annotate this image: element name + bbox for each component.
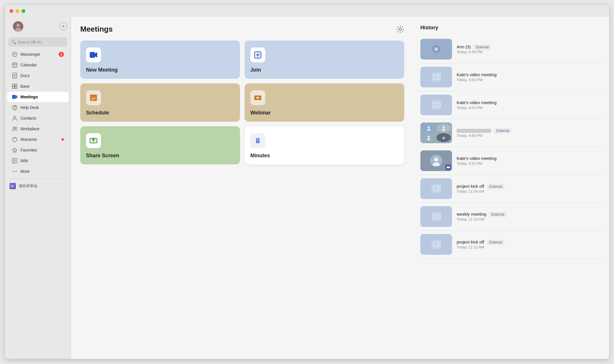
svg-rect-46 bbox=[91, 99, 93, 100]
sidebar-item-calendar[interactable]: 16Calendar bbox=[7, 60, 68, 70]
sidebar-workspace[interactable]: W 项目评审会 bbox=[5, 181, 71, 191]
svg-rect-35 bbox=[90, 52, 95, 58]
panel-header: Meetings bbox=[80, 25, 404, 34]
history-time-4: Today, 4:32 PM bbox=[457, 161, 602, 166]
history-info-2: Kate's video meetingToday, 4:53 PM bbox=[457, 100, 602, 110]
card-webinar-icon bbox=[250, 90, 265, 105]
history-name-row-5: project kick offExternal bbox=[457, 184, 602, 189]
sidebar-item-messenger[interactable]: Messenger2 bbox=[7, 49, 68, 60]
search-bar[interactable]: 🔍 Search (⌘+K) bbox=[8, 37, 67, 47]
svg-point-23 bbox=[15, 127, 17, 129]
history-time-5: Today, 11:26 AM bbox=[457, 189, 602, 194]
sidebar-item-workplace[interactable]: Workplace bbox=[7, 124, 68, 134]
svg-rect-43 bbox=[91, 98, 93, 99]
close-button[interactable] bbox=[9, 9, 13, 13]
card-schedule-label: Schedule bbox=[86, 110, 234, 116]
sidebar-item-moments[interactable]: Moments bbox=[7, 134, 68, 145]
svg-point-66 bbox=[427, 138, 430, 140]
svg-point-3 bbox=[12, 52, 17, 57]
history-name-2: Kate's video meeting bbox=[457, 100, 497, 105]
history-item-1[interactable]: Kate's video meetingToday, 4:54 PM bbox=[420, 63, 602, 91]
calendar-icon: 16 bbox=[12, 62, 18, 68]
workspace-icon: W bbox=[9, 183, 16, 189]
messenger-label: Messenger bbox=[20, 52, 40, 57]
maximize-button[interactable] bbox=[22, 9, 25, 13]
svg-point-69 bbox=[433, 162, 440, 166]
history-info-7: project kick offExternalToday, 11:12 AM bbox=[457, 240, 602, 249]
card-new-meeting[interactable]: New Meeting bbox=[80, 41, 240, 79]
history-time-3: Today, 4:46 PM bbox=[457, 133, 602, 138]
card-share-screen[interactable]: Share Screen bbox=[80, 126, 240, 164]
history-item-6[interactable]: weekly meetingExternalToday, 11:16 AM bbox=[420, 203, 602, 231]
svg-rect-15 bbox=[12, 87, 14, 89]
avatar[interactable] bbox=[13, 21, 23, 32]
svg-point-22 bbox=[13, 127, 15, 129]
history-thumb-3 bbox=[420, 122, 452, 143]
sidebar-item-docs[interactable]: Docs bbox=[7, 70, 68, 81]
svg-point-31 bbox=[16, 171, 17, 172]
external-badge-5: External bbox=[487, 184, 504, 189]
svg-point-65 bbox=[428, 136, 430, 138]
helpdesk-label: Help Desk bbox=[20, 105, 39, 110]
history-info-1: Kate's video meetingToday, 4:54 PM bbox=[457, 72, 602, 82]
history-item-0[interactable]: Ann (3)ExternalToday, 6:39 PM bbox=[420, 35, 602, 63]
card-minutes-label: Minutes bbox=[250, 153, 398, 159]
docs-label: Docs bbox=[20, 73, 30, 78]
settings-icon[interactable] bbox=[396, 25, 404, 33]
base-label: Base bbox=[20, 84, 30, 89]
sidebar-item-base[interactable]: Base bbox=[7, 81, 68, 91]
svg-marker-18 bbox=[16, 95, 17, 99]
workplace-label: Workplace bbox=[20, 127, 39, 131]
svg-rect-13 bbox=[12, 84, 14, 86]
history-thumb-4 bbox=[420, 150, 452, 171]
add-button[interactable]: + bbox=[59, 22, 67, 30]
sidebar-item-wiki[interactable]: Wiki bbox=[7, 156, 68, 166]
history-time-2: Today, 4:53 PM bbox=[457, 106, 602, 110]
history-name-1: Kate's video meeting bbox=[457, 72, 497, 77]
svg-rect-16 bbox=[15, 87, 17, 89]
svg-point-68 bbox=[434, 158, 438, 162]
history-item-2[interactable]: Kate's video meetingToday, 4:53 PM bbox=[420, 91, 602, 119]
main-panel: Meetings New MeetingJoinScheduleWebinarS… bbox=[71, 17, 413, 359]
history-info-6: weekly meetingExternalToday, 11:16 AM bbox=[457, 212, 602, 221]
sidebar-divider bbox=[9, 179, 66, 179]
workspace-label: 项目评审会 bbox=[19, 183, 37, 189]
sidebar-item-helpdesk[interactable]: Help Desk bbox=[7, 102, 68, 113]
card-webinar[interactable]: Webinar bbox=[245, 83, 404, 122]
workplace-icon bbox=[12, 126, 18, 132]
history-thumb-5 bbox=[420, 178, 452, 199]
svg-point-30 bbox=[14, 171, 15, 172]
moments-dot bbox=[62, 138, 64, 141]
history-thumb-7 bbox=[420, 234, 452, 255]
history-item-4[interactable]: Kate's video meetingToday, 4:32 PM bbox=[420, 147, 602, 175]
card-schedule[interactable]: Schedule bbox=[80, 83, 240, 122]
history-name-4: Kate's video meeting bbox=[457, 156, 497, 161]
moments-label: Moments bbox=[20, 137, 37, 142]
sidebar-item-meetings[interactable]: Meetings bbox=[7, 92, 68, 102]
history-item-5[interactable]: project kick offExternalToday, 11:26 AM bbox=[420, 175, 602, 203]
svg-rect-17 bbox=[12, 95, 16, 99]
minimize-button[interactable] bbox=[16, 9, 19, 13]
history-name-row-2: Kate's video meeting bbox=[457, 100, 602, 106]
sidebar: + 🔍 Search (⌘+K) Messenger216CalendarDoc… bbox=[5, 17, 71, 359]
card-new-meeting-label: New Meeting bbox=[86, 67, 234, 73]
sidebar-item-favorites[interactable]: Favorites bbox=[7, 145, 68, 155]
nav-items-container: Messenger216CalendarDocsBaseMeetingsHelp… bbox=[5, 49, 71, 177]
meetings-label: Meetings bbox=[20, 95, 38, 99]
more-icon bbox=[12, 168, 18, 174]
card-minutes[interactable]: Minutes bbox=[245, 126, 404, 164]
history-item-3[interactable]: ExternalToday, 4:46 PM bbox=[420, 119, 602, 147]
svg-point-21 bbox=[14, 116, 16, 118]
history-name-5: project kick off bbox=[457, 184, 484, 189]
card-join[interactable]: Join bbox=[245, 41, 404, 79]
svg-marker-36 bbox=[95, 52, 97, 58]
favorites-icon bbox=[12, 147, 18, 153]
history-name-placeholder-3 bbox=[457, 129, 491, 133]
sidebar-item-more[interactable]: More bbox=[7, 166, 68, 177]
history-name-row-6: weekly meetingExternal bbox=[457, 212, 602, 217]
history-name-row-1: Kate's video meeting bbox=[457, 72, 602, 78]
history-info-3: ExternalToday, 4:46 PM bbox=[457, 128, 602, 138]
sidebar-item-contacts[interactable]: Contacts bbox=[7, 113, 68, 123]
history-item-7[interactable]: project kick offExternalToday, 11:12 AM bbox=[420, 231, 602, 258]
wiki-icon bbox=[12, 158, 18, 164]
